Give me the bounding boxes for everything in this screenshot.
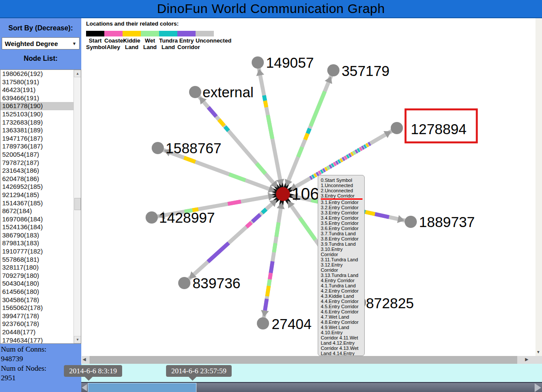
scroll-right-icon[interactable]: ▶ [525, 357, 529, 362]
sort-by-dropdown[interactable]: Weighted Degree ▼ [2, 37, 80, 49]
graph-node-label: 1588767 [166, 140, 221, 156]
tooltip-line: Land 4.12.Entry [321, 340, 363, 346]
tooltip-line: 3.8.Entry Corridor [321, 236, 363, 241]
edge-segment [253, 214, 260, 221]
list-item[interactable]: 923760(178) [0, 320, 73, 328]
list-item[interactable]: 1910777(182) [0, 247, 73, 256]
list-item[interactable]: 399477(178) [0, 312, 73, 320]
list-item[interactable]: 20448(177) [0, 328, 73, 336]
list-item[interactable]: 1947176(187) [0, 135, 73, 143]
graph-node[interactable] [405, 216, 417, 228]
list-item[interactable]: 1524136(184) [0, 223, 73, 231]
scrollbar-thumb[interactable] [90, 356, 517, 364]
edge-segment [276, 223, 279, 237]
edge-segment [328, 167, 329, 168]
timeline-selection-range[interactable] [88, 383, 196, 392]
timeline-bar[interactable] [81, 382, 542, 392]
tooltip-line: 3.Entry Corridor [321, 193, 362, 200]
list-item[interactable]: 1697086(184) [0, 215, 73, 224]
tooltip-line: 4.6.Entry Corridor [321, 309, 363, 314]
edge-segment [321, 171, 323, 172]
list-item[interactable]: 921294(185) [0, 191, 73, 199]
list-item[interactable]: 1426952(185) [0, 183, 73, 191]
page-title: DinoFun World Communication Graph [157, 1, 385, 16]
edge-segment [311, 91, 325, 126]
timeline-right-arrow-icon[interactable] [535, 383, 541, 392]
edge-segment [362, 147, 363, 148]
graph-node[interactable] [152, 142, 164, 154]
graph-node[interactable] [327, 64, 339, 76]
graph-node-label: 1278894 [411, 121, 466, 137]
edge-segment [353, 152, 355, 153]
scroll-down-icon[interactable]: ▼ [74, 336, 81, 343]
legend-item: StartSymbol [86, 31, 104, 50]
edge-segment [274, 243, 275, 252]
edge-segment [229, 174, 245, 180]
edge-segment [341, 160, 342, 161]
graph-node-label: 149057 [266, 55, 314, 71]
list-item[interactable]: 504304(180) [0, 280, 73, 288]
edge-segment [366, 212, 375, 214]
list-item[interactable]: 8672(184) [0, 207, 73, 215]
edge-segment [268, 115, 272, 139]
list-item[interactable]: 317580(191) [0, 78, 73, 86]
list-item[interactable]: 1061778(190) [0, 102, 73, 110]
list-item[interactable]: 1789736(187) [0, 142, 73, 151]
timeline-end-time: 2014-6-6 23:57:59 [171, 367, 226, 375]
list-item[interactable]: 1794634(177) [0, 336, 73, 344]
node-list-label: Node List: [0, 55, 81, 63]
timeline-left-arrow-icon[interactable] [82, 384, 87, 391]
scrollbar-thumb[interactable] [74, 198, 81, 210]
horizontal-scrollbar[interactable]: ◀ ▶ [82, 356, 542, 364]
graph-node[interactable] [257, 317, 269, 329]
legend-label: WetLand [141, 37, 159, 50]
scroll-left-icon[interactable]: ◀ [83, 357, 86, 362]
list-item[interactable]: 1980626(192) [0, 70, 73, 78]
graph-canvas[interactable]: 149057357179external12788941588767188973… [82, 18, 535, 356]
location-tooltip: 0.Start Symbol1.Unconnected2.Unconnected… [318, 175, 365, 356]
edge-segment [265, 299, 267, 310]
tooltip-line: 3.13.Tundra Land [321, 273, 363, 278]
tooltip-line: 3.2.Entry Corridor [321, 205, 363, 210]
list-item[interactable]: 639466(191) [0, 94, 73, 102]
list-item[interactable]: 797872(187) [0, 159, 73, 167]
scroll-down-icon[interactable]: ▼ [536, 350, 540, 354]
list-item[interactable]: 1363381(189) [0, 126, 73, 135]
vertical-scrollbar[interactable]: ▼ [535, 18, 542, 356]
graph-center-node[interactable] [276, 187, 290, 201]
list-item[interactable]: 1525103(190) [0, 110, 73, 119]
list-item[interactable]: 304586(178) [0, 296, 73, 304]
graph-node[interactable] [391, 122, 403, 134]
edge-segment [267, 286, 269, 296]
node-list: 1980626(192)317580(191)46423(191)639466(… [0, 70, 73, 344]
list-item[interactable]: 620478(186) [0, 175, 73, 183]
list-item[interactable]: 386790(183) [0, 231, 73, 240]
edge-segment [298, 147, 302, 157]
app-window: DinoFun World Communication Graph Sort B… [0, 0, 542, 392]
scroll-up-icon[interactable]: ▲ [74, 70, 81, 77]
tooltip-line: 4.3.Kiddie Land [321, 293, 363, 299]
list-item[interactable]: 1732683(189) [0, 119, 73, 127]
list-item[interactable]: 709279(180) [0, 272, 73, 280]
edge-segment [326, 168, 327, 169]
node-list-scrollbar[interactable]: ▲ ▼ [73, 70, 81, 343]
edge-segment [271, 261, 273, 273]
edge-segment [308, 128, 310, 133]
graph-node-label: 839736 [193, 275, 240, 291]
list-item[interactable]: 231643(186) [0, 167, 73, 175]
graph-svg: 149057357179external12788941588767188973… [82, 18, 535, 356]
list-item[interactable]: 46423(191) [0, 86, 73, 94]
graph-node[interactable] [146, 211, 158, 224]
edge-segment [317, 174, 318, 175]
list-item[interactable]: 879813(183) [0, 239, 73, 247]
list-item[interactable]: 1514367(185) [0, 199, 73, 208]
graph-node[interactable] [178, 277, 190, 289]
graph-node[interactable] [252, 56, 264, 69]
list-item[interactable]: 557868(181) [0, 256, 73, 264]
list-item[interactable]: 1565062(178) [0, 304, 73, 312]
list-item[interactable]: 614566(180) [0, 288, 73, 296]
list-item[interactable]: 520054(187) [0, 151, 73, 159]
list-item[interactable]: 328117(180) [0, 264, 73, 272]
sort-by-label: Sort By (Decrease): [0, 24, 81, 32]
graph-node[interactable] [189, 86, 201, 98]
